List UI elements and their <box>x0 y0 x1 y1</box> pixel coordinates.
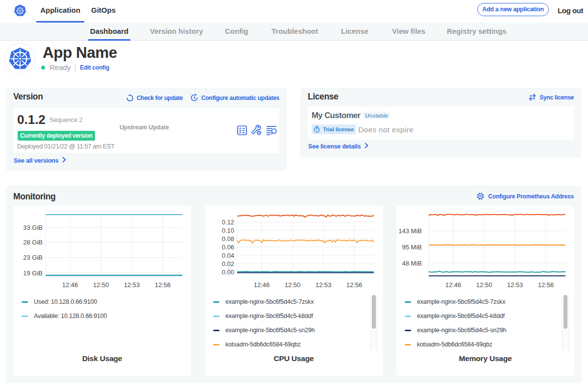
svg-text:12:56: 12:56 <box>346 281 363 289</box>
svg-text:143 MiB: 143 MiB <box>398 227 422 235</box>
svg-text:0.04: 0.04 <box>222 252 234 259</box>
svg-text:12:46: 12:46 <box>445 281 462 289</box>
svg-text:12:50: 12:50 <box>93 281 109 289</box>
svg-text:12:50: 12:50 <box>476 281 492 289</box>
svg-text:0.02: 0.02 <box>222 260 234 268</box>
svg-text:12:53: 12:53 <box>507 281 523 289</box>
svg-text:0.06: 0.06 <box>222 244 234 251</box>
svg-text:33 GiB: 33 GiB <box>23 224 43 231</box>
svg-text:0.08: 0.08 <box>222 235 234 243</box>
svg-text:12:46: 12:46 <box>254 281 270 289</box>
svg-text:0.00: 0.00 <box>222 268 234 276</box>
svg-text:12:56: 12:56 <box>538 281 554 289</box>
svg-text:12:46: 12:46 <box>62 281 78 289</box>
svg-text:28 GiB: 28 GiB <box>23 239 43 246</box>
svg-text:95 MiB: 95 MiB <box>402 244 422 251</box>
svg-text:12:50: 12:50 <box>285 281 301 289</box>
svg-text:0.12: 0.12 <box>222 219 234 226</box>
svg-text:23 GiB: 23 GiB <box>23 254 43 261</box>
svg-text:12:56: 12:56 <box>155 281 171 289</box>
svg-text:48 MiB: 48 MiB <box>402 260 422 267</box>
svg-text:12:53: 12:53 <box>124 281 140 289</box>
svg-text:0.10: 0.10 <box>222 227 234 234</box>
svg-text:19 GiB: 19 GiB <box>23 269 43 277</box>
svg-text:12:53: 12:53 <box>316 281 332 289</box>
